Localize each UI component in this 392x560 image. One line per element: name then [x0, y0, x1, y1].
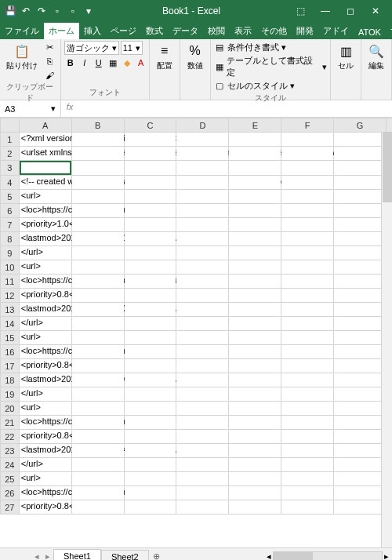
row-header[interactable]: 1	[1, 133, 20, 147]
cell[interactable]	[71, 176, 124, 190]
cell[interactable]	[71, 260, 124, 275]
cell[interactable]	[334, 500, 387, 515]
cell[interactable]	[176, 275, 229, 289]
cell[interactable]	[229, 472, 281, 486]
cell[interactable]: <loc>https://curio-shiki.com/</loc>	[19, 204, 71, 218]
cell[interactable]	[124, 402, 176, 416]
save-icon[interactable]: 💾	[5, 5, 16, 16]
row-header[interactable]: 21	[1, 416, 20, 430]
cell[interactable]	[334, 133, 387, 147]
cell[interactable]	[334, 161, 387, 176]
cell[interactable]	[71, 444, 124, 458]
col-header[interactable]: H	[387, 118, 392, 133]
undo-icon[interactable]: ↶	[20, 5, 31, 16]
scroll-thumb[interactable]	[383, 132, 392, 202]
align-button[interactable]: ≡配置	[153, 41, 176, 71]
row-header[interactable]: 7	[1, 218, 20, 232]
cond-format-button[interactable]: ▤条件付き書式 ▾	[214, 41, 286, 54]
cell[interactable]	[124, 387, 176, 402]
cell[interactable]	[124, 430, 176, 444]
col-header[interactable]: A	[19, 118, 71, 133]
cell[interactable]: <urlset xmlns="http://www.sitemaps.org/s…	[19, 147, 71, 161]
cell[interactable]	[71, 317, 124, 331]
cell[interactable]	[229, 458, 281, 472]
cell[interactable]	[229, 331, 281, 345]
cell[interactable]	[334, 190, 387, 204]
tab-data[interactable]: データ	[168, 23, 203, 39]
tab-atok[interactable]: ATOK	[354, 25, 386, 39]
cell[interactable]	[281, 500, 334, 515]
cell[interactable]	[281, 359, 334, 373]
cell[interactable]	[71, 190, 124, 204]
cell[interactable]	[229, 275, 281, 289]
sheet-tab-2[interactable]: Sheet2	[101, 550, 149, 561]
cell[interactable]	[124, 176, 176, 190]
cell[interactable]	[176, 500, 229, 515]
cell[interactable]: <loc>https://curio-shiki.com/merit/</loc…	[19, 486, 71, 500]
cell[interactable]	[334, 373, 387, 387]
cell[interactable]	[176, 373, 229, 387]
row-header[interactable]: 10	[1, 260, 20, 275]
cell[interactable]	[229, 303, 281, 317]
cell[interactable]	[229, 359, 281, 373]
cell[interactable]	[229, 161, 281, 176]
cell[interactable]	[334, 317, 387, 331]
ribbon-opts-icon[interactable]: ⬚	[289, 3, 312, 19]
row-header[interactable]: 5	[1, 190, 20, 204]
cell[interactable]	[334, 486, 387, 500]
cell[interactable]	[71, 472, 124, 486]
edit-button[interactable]: 🔍編集	[365, 41, 388, 71]
cell[interactable]	[176, 345, 229, 359]
cell[interactable]: <loc>https://curio-shiki.com/guide/</loc…	[19, 416, 71, 430]
cell[interactable]	[71, 289, 124, 303]
cell[interactable]	[71, 500, 124, 515]
cell[interactable]	[229, 289, 281, 303]
col-header[interactable]: E	[229, 118, 281, 133]
cell[interactable]	[124, 359, 176, 373]
vertical-scrollbar[interactable]	[381, 132, 392, 547]
cell[interactable]	[334, 218, 387, 232]
cell[interactable]	[229, 176, 281, 190]
col-header[interactable]: C	[124, 118, 176, 133]
cell[interactable]	[281, 387, 334, 402]
cell[interactable]: <priority>1.0</priority>	[19, 218, 71, 232]
cell[interactable]	[334, 416, 387, 430]
row-header[interactable]: 3	[1, 161, 20, 176]
cell[interactable]	[124, 246, 176, 260]
cell[interactable]	[124, 147, 176, 161]
cell[interactable]	[71, 359, 124, 373]
row-header[interactable]: 13	[1, 303, 20, 317]
cell[interactable]	[334, 472, 387, 486]
cell[interactable]	[176, 458, 229, 472]
cell[interactable]	[176, 204, 229, 218]
cell[interactable]: <loc>https://curio-shiki.com/form_certif…	[19, 275, 71, 289]
cell[interactable]: <url>	[19, 472, 71, 486]
format-table-button[interactable]: ▦テーブルとして書式設定 ▾	[214, 54, 327, 79]
paste-button[interactable]: 📋 貼り付け	[3, 41, 41, 71]
cell[interactable]	[71, 218, 124, 232]
cell[interactable]	[124, 373, 176, 387]
cell[interactable]	[71, 416, 124, 430]
cell[interactable]	[229, 133, 281, 147]
cells-button[interactable]: ▥セル	[334, 41, 358, 71]
cell[interactable]	[281, 331, 334, 345]
row-header[interactable]: 17	[1, 359, 20, 373]
redo-icon[interactable]: ↷	[36, 5, 47, 16]
cell[interactable]: <priority>0.8</priority>	[19, 359, 71, 373]
cell[interactable]	[281, 246, 334, 260]
scroll-right-icon[interactable]: ▸	[384, 551, 389, 560]
cell[interactable]	[176, 289, 229, 303]
cell[interactable]	[71, 246, 124, 260]
cell[interactable]	[281, 176, 334, 190]
cell[interactable]	[176, 430, 229, 444]
cell[interactable]: <priority>0.8</priority>	[19, 289, 71, 303]
cell[interactable]	[176, 190, 229, 204]
cell[interactable]	[176, 133, 229, 147]
cell[interactable]	[124, 345, 176, 359]
tab-insert[interactable]: 挿入	[79, 23, 106, 39]
row-header[interactable]: 23	[1, 444, 20, 458]
cell[interactable]	[281, 275, 334, 289]
tab-home[interactable]: ホーム	[44, 23, 79, 39]
cell[interactable]	[124, 331, 176, 345]
select-all-corner[interactable]	[1, 118, 20, 133]
